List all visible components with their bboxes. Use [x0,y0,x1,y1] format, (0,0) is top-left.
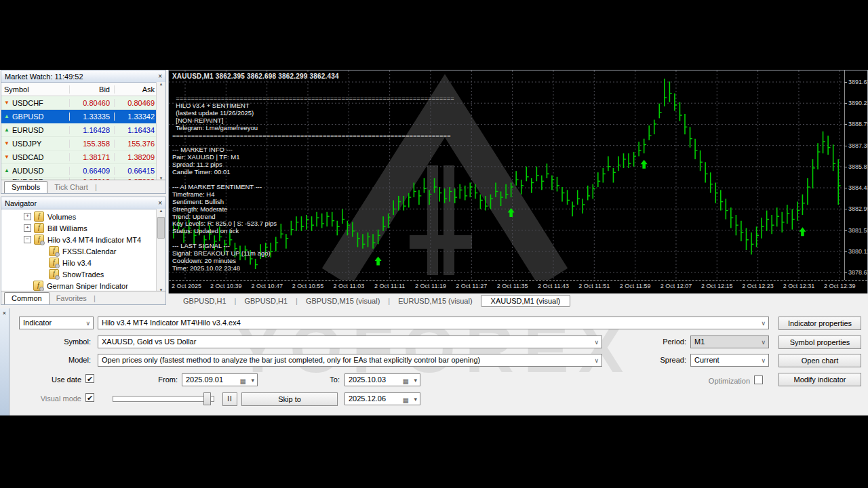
time-axis[interactable]: 2 Oct 20252 Oct 10:392 Oct 10:472 Oct 10… [169,280,867,293]
table-row[interactable]: ▼USDCAD 1.38171 1.38209 [1,150,165,164]
visual-mode-checkbox[interactable]: ✔ [85,393,94,402]
optimization-checkbox[interactable] [754,375,763,384]
table-row[interactable]: ▼USDJPY 155.358 155.376 [1,137,165,150]
bid-value: 1.33335 [69,113,114,121]
from-date-field[interactable]: 2025.09.01▦▾ [182,373,258,386]
ask-value: 0.66415 [114,167,157,175]
market-watch-tabs: Symbols Tick Chart | [1,180,165,193]
open-chart-button[interactable]: Open chart [778,354,861,367]
price-axis-label: 3880.11 [848,248,868,255]
column-symbol[interactable]: Symbol [1,85,69,94]
tab-divider: | [95,183,97,193]
collapse-icon[interactable]: − [24,236,31,243]
tree-item-showtrades[interactable]: f ShowTrades [1,268,156,280]
chart-tab-active[interactable]: XAUUSD,M1 (visual) [481,295,571,307]
price-axis-label: 3891.67 [848,79,868,85]
test-type-select[interactable]: Indicator∨ [19,317,94,329]
chevron-down-icon[interactable]: ▾ [414,375,417,386]
indicator-path-select[interactable]: Hilo v3.4 MT4 Indicator MT4\Hilo v3.4.ex… [98,317,769,329]
expand-icon[interactable]: + [24,224,31,232]
tab-common[interactable]: Common [4,292,50,304]
indicator-icon: f [34,223,44,233]
buy-signal-arrow-icon [641,160,648,169]
market-watch-title: Market Watch: 11:49:52 [5,73,83,81]
indicator-overlay-text: ========================================… [172,95,454,272]
market-watch-panel: Market Watch: 11:49:52 × Symbol Bid Ask … [1,70,166,194]
tab-favorites[interactable]: Favorites [50,293,94,304]
tree-item-hilo-folder[interactable]: − f Hilo v3.4 MT4 Indicator MT4 [1,234,156,245]
modify-indicator-button[interactable]: Modify indicator [778,373,861,386]
to-label: To: [309,375,340,384]
price-axis-label: 3884.43 [848,184,868,191]
tree-item-label: Volumes [47,213,76,221]
chevron-down-icon: ∨ [761,318,766,329]
to-date-field[interactable]: 2025.10.03▦▾ [344,373,420,386]
bid-value: 0.80460 [69,99,114,107]
price-axis[interactable]: 3891.673890.233888.793887.353885.873884.… [844,70,868,280]
market-watch-header-row: Symbol Bid Ask [1,83,165,96]
symbol-properties-button[interactable]: Symbol properties [778,336,861,349]
trend-up-icon: ▲ [4,127,12,133]
spread-select[interactable]: Current∨ [690,354,769,367]
bid-value: 155.358 [69,140,114,148]
chart-tab[interactable]: GBPUSD,H1 [236,296,296,306]
chart-tab[interactable]: GBPUSD,H1 [175,296,235,306]
expand-icon[interactable]: + [24,213,31,220]
skip-to-date-field[interactable]: 2025.12.06▦▾ [344,392,420,405]
price-axis-label: 3885.87 [848,163,868,170]
tab-tick-chart[interactable]: Tick Chart [47,182,95,193]
tree-item-fxssi-calendar[interactable]: f FXSSI.Calendar [1,245,156,257]
navigator-titlebar: Navigator × [1,197,165,209]
chart-tab[interactable]: GBPUSD,M15 (visual) [298,296,388,306]
indicator-file-icon: f [49,269,59,279]
navigator-title: Navigator [5,199,37,207]
visual-speed-slider[interactable] [113,396,214,402]
tree-item-german-sniper[interactable]: f German Sniper Indicator [1,280,156,291]
bid-value: 0.66409 [69,167,114,175]
model-field-label: Model: [41,356,91,364]
ask-value: 1.16434 [114,126,157,134]
period-field-label: Period: [644,338,686,346]
slider-thumb[interactable] [203,392,211,405]
table-row[interactable]: ▲EURUSD 1.16428 1.16434 [1,123,165,137]
scrollbar[interactable]: ▲ ▼ [156,209,165,293]
table-row[interactable]: ▼USDCHF 0.80460 0.80469 [1,96,165,110]
tree-item-label: German Sniper Indicator [47,282,128,290]
close-icon[interactable]: × [158,73,162,80]
pause-button[interactable]: II [222,392,237,406]
use-date-checkbox[interactable]: ✔ [85,374,94,383]
scroll-up-icon[interactable]: ▲ [159,82,163,86]
chart-tab[interactable]: EURUSD,M15 (visual) [390,296,480,306]
table-row[interactable]: ▲AUDUSD 0.66409 0.66415 [1,164,165,178]
ask-value: 0.80469 [114,99,157,107]
chevron-down-icon[interactable]: ▾ [251,375,254,386]
trend-down-icon: ▼ [4,100,12,106]
tree-item-volumes[interactable]: + f Volumes [1,211,156,222]
calendar-icon[interactable]: ▦ [403,394,409,406]
model-select[interactable]: Open prices only (fastest method to anal… [98,354,602,367]
tree-item-label: ShowTrades [62,270,104,279]
indicator-properties-button[interactable]: Indicator properties [778,317,861,330]
mt4-application: Market Watch: 11:49:52 × Symbol Bid Ask … [0,0,868,488]
scroll-up-icon[interactable]: ▲ [159,209,163,213]
indicator-file-icon: f [49,258,59,268]
scrollbar[interactable]: ▲ ▼ [156,82,165,181]
skip-to-button[interactable]: Skip to [241,392,338,406]
column-ask[interactable]: Ask [114,85,157,94]
tree-item-label: Bill Williams [47,224,87,232]
close-icon[interactable]: × [0,310,9,317]
chart-ohlc-header: XAUUSD,M1 3862.395 3862.698 3862.299 386… [172,73,339,80]
close-icon[interactable]: × [158,200,162,207]
symbol-select[interactable]: XAUUSD, Gold vs US Dollar∨ [98,336,602,348]
column-bid[interactable]: Bid [69,85,114,94]
tree-item-bill-williams[interactable]: + f Bill Williams [1,222,156,234]
tree-item-hilo-v34[interactable]: f Hilo v3.4 [1,257,156,268]
tab-symbols[interactable]: Symbols [4,181,47,193]
chevron-down-icon[interactable]: ▾ [414,394,417,405]
calendar-icon[interactable]: ▦ [403,375,409,387]
table-row-selected[interactable]: ▲GBPUSD 1.33335 1.33342 [1,110,165,123]
period-select[interactable]: M1∨ [690,336,769,348]
scroll-thumb[interactable] [157,217,165,239]
symbol-field-label: Symbol: [41,338,91,346]
calendar-icon[interactable]: ▦ [240,375,246,387]
